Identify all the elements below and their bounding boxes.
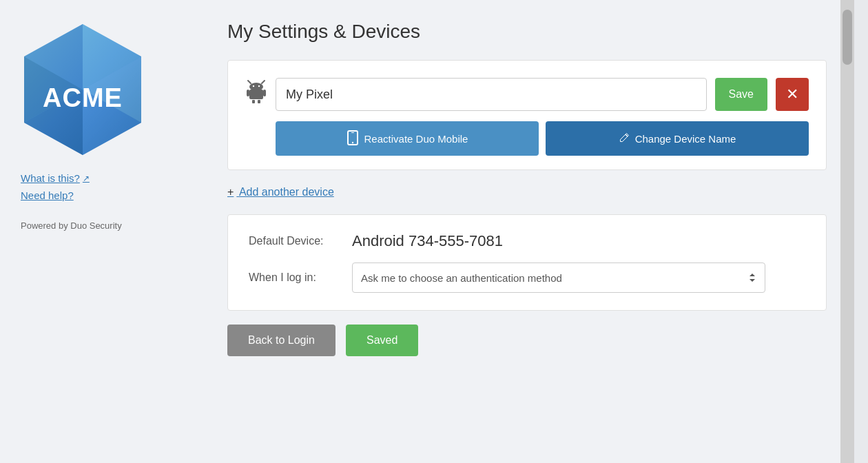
logo-container: ACME bbox=[21, 21, 145, 158]
scrollbar[interactable] bbox=[840, 0, 854, 463]
svg-rect-18 bbox=[258, 100, 260, 103]
default-device-label: Default Device: bbox=[249, 235, 352, 247]
main-content: My Settings & Devices bbox=[207, 0, 854, 463]
svg-point-21 bbox=[351, 141, 353, 143]
android-icon bbox=[245, 79, 267, 110]
pencil-icon bbox=[619, 132, 630, 145]
default-device-value: Android 734-555-7081 bbox=[352, 232, 503, 250]
saved-button[interactable]: Saved bbox=[346, 325, 418, 356]
change-device-name-button[interactable]: Change Device Name bbox=[546, 121, 809, 156]
device-name-row: Save ✕ bbox=[245, 78, 809, 111]
auth-method-select[interactable]: Ask me to choose an authentication metho… bbox=[352, 263, 765, 293]
back-to-login-button[interactable]: Back to Login bbox=[227, 325, 335, 356]
svg-point-13 bbox=[258, 85, 260, 87]
reactivate-duo-mobile-button[interactable]: Reactivate Duo Mobile bbox=[276, 121, 539, 156]
close-icon: ✕ bbox=[786, 85, 798, 103]
svg-line-10 bbox=[262, 81, 265, 83]
external-link-icon: ↗ bbox=[83, 174, 90, 183]
scrollbar-thumb[interactable] bbox=[843, 10, 852, 65]
action-buttons: Reactivate Duo Mobile Change Device Name bbox=[276, 121, 809, 156]
svg-text:ACME: ACME bbox=[43, 83, 123, 112]
svg-rect-14 bbox=[249, 90, 263, 99]
mobile-icon bbox=[347, 130, 359, 147]
when-login-row: When I log in: Ask me to choose an authe… bbox=[249, 263, 805, 293]
svg-rect-20 bbox=[351, 132, 354, 133]
powered-by-text: Powered by Duo Security bbox=[21, 220, 122, 231]
default-device-row: Default Device: Android 734-555-7081 bbox=[249, 232, 805, 250]
add-device-row: + Add another device bbox=[227, 181, 827, 204]
cancel-button[interactable]: ✕ bbox=[776, 78, 809, 111]
svg-rect-15 bbox=[247, 90, 249, 96]
svg-rect-16 bbox=[263, 90, 266, 96]
what-is-this-link[interactable]: What is this? ↗ bbox=[21, 172, 90, 184]
default-device-section: Default Device: Android 734-555-7081 Whe… bbox=[227, 214, 827, 311]
need-help-link[interactable]: Need help? bbox=[21, 189, 74, 201]
plus-icon: + bbox=[227, 186, 234, 198]
device-section: Save ✕ Reactivate Duo Mobile bbox=[227, 60, 827, 170]
svg-line-9 bbox=[248, 81, 251, 83]
save-button[interactable]: Save bbox=[715, 78, 767, 111]
sidebar: ACME What is this? ↗ Need help? Powered … bbox=[0, 0, 207, 463]
page-title: My Settings & Devices bbox=[227, 21, 827, 43]
add-another-device-link[interactable]: + Add another device bbox=[227, 179, 334, 205]
svg-rect-17 bbox=[252, 100, 255, 103]
logo-hexagon: ACME bbox=[21, 21, 145, 158]
device-name-input[interactable] bbox=[276, 78, 707, 111]
when-login-label: When I log in: bbox=[249, 271, 352, 284]
bottom-buttons: Back to Login Saved bbox=[227, 325, 827, 356]
svg-point-12 bbox=[253, 85, 254, 87]
